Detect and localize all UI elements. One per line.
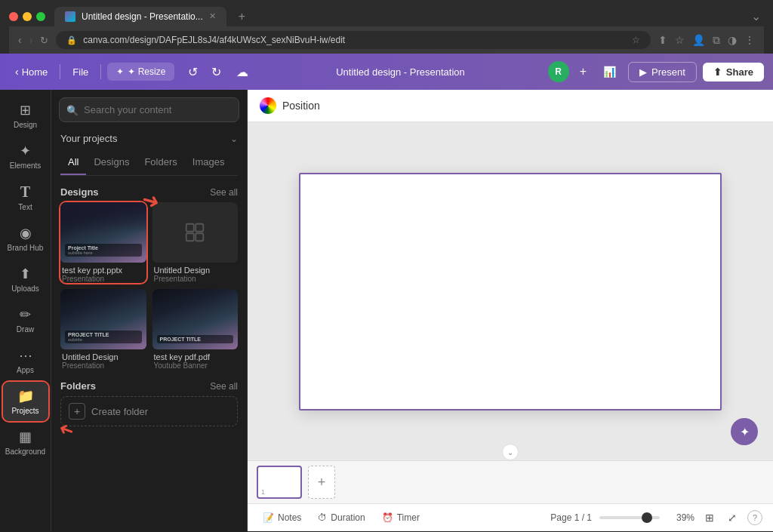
canvas-workspace[interactable]: ↻ ✦ ⌄ bbox=[248, 122, 773, 460]
add-slide-button[interactable]: + bbox=[308, 466, 335, 499]
tab-images[interactable]: Images bbox=[185, 150, 233, 175]
history-icon[interactable]: ◑ bbox=[728, 34, 737, 47]
design-card-2[interactable]: Untitled Design Presentation bbox=[152, 202, 239, 283]
browser-action-icons: ⬆ ☆ 👤 ⧉ ◑ ⋮ bbox=[658, 34, 755, 47]
duration-label: Duration bbox=[331, 512, 365, 523]
design-name-3: Untitled Design bbox=[60, 352, 146, 361]
folders-section-header: Folders See all bbox=[51, 370, 247, 396]
new-tab-button[interactable]: + bbox=[233, 7, 251, 26]
tab-all[interactable]: All bbox=[60, 150, 86, 175]
share-icon: ⬆ bbox=[713, 66, 722, 78]
home-link[interactable]: ‹ Home bbox=[9, 61, 54, 82]
tab-title: Untitled design - Presentatio... bbox=[82, 11, 203, 22]
share-button[interactable]: ⬆ Share bbox=[703, 63, 764, 81]
profile-icon[interactable]: 👤 bbox=[692, 34, 705, 47]
slider-track[interactable] bbox=[599, 516, 660, 519]
cloud-save-button[interactable]: ☁ bbox=[232, 62, 253, 82]
sidebar-item-apps[interactable]: ⋯ Apps bbox=[3, 341, 48, 380]
canvas-frame[interactable] bbox=[299, 173, 722, 411]
sidebar-label-apps: Apps bbox=[17, 366, 34, 374]
resize-label: ✦ Resize bbox=[128, 66, 165, 77]
design-card-3[interactable]: PROJECT TITLE subtitle Untitled Design P… bbox=[60, 289, 146, 370]
rainbow-logo bbox=[260, 97, 276, 114]
duration-button[interactable]: ⏱ Duration bbox=[313, 509, 369, 526]
undo-button[interactable]: ↺ bbox=[183, 62, 202, 82]
dots-menu-icon[interactable]: ⋮ bbox=[744, 34, 755, 47]
ai-magic-button[interactable]: ✦ bbox=[731, 418, 758, 445]
fullscreen-button[interactable]: ⤢ bbox=[725, 509, 740, 527]
sidebar-item-projects[interactable]: 📁 Projects bbox=[3, 382, 48, 421]
star-icon[interactable]: ☆ bbox=[675, 34, 685, 47]
design-card-1[interactable]: Project Title subtitle here test key ppt… bbox=[60, 202, 146, 283]
sidebar-label-elements: Elements bbox=[10, 161, 42, 170]
design-card-4[interactable]: PROJECT TITLE test key pdf.pdf Youtube B… bbox=[152, 289, 239, 370]
notes-button[interactable]: 📝 Notes bbox=[258, 509, 306, 526]
tab-folders[interactable]: Folders bbox=[137, 150, 184, 175]
zoom-slider[interactable] bbox=[599, 516, 660, 519]
svg-rect-2 bbox=[186, 233, 194, 241]
folders-see-all[interactable]: See all bbox=[210, 381, 238, 392]
search-input[interactable] bbox=[59, 97, 239, 122]
chevron-left-icon: ‹ bbox=[15, 66, 19, 78]
extensions-icon[interactable]: ⧉ bbox=[713, 34, 720, 47]
active-tab[interactable]: Untitled design - Presentatio... ✕ bbox=[54, 7, 226, 26]
slider-thumb[interactable] bbox=[642, 512, 652, 523]
create-folder-btn[interactable]: + Create folder bbox=[60, 396, 238, 426]
avatar[interactable]: R bbox=[548, 61, 569, 82]
sidebar-label-uploads: Uploads bbox=[11, 284, 39, 293]
sidebar-item-background[interactable]: ▦ Background bbox=[3, 423, 48, 462]
add-collaborator-button[interactable]: + bbox=[575, 62, 591, 81]
design-grid: Project Title subtitle here test key ppt… bbox=[51, 202, 247, 370]
filter-tabs: All Designs Folders Images bbox=[60, 150, 238, 176]
sidebar-item-text[interactable]: T Text bbox=[3, 177, 48, 217]
maximize-window-btn[interactable] bbox=[36, 12, 45, 21]
tab-designs[interactable]: Designs bbox=[86, 150, 137, 175]
timer-button[interactable]: ⏰ Timer bbox=[377, 509, 424, 526]
design-thumb-3: PROJECT TITLE subtitle bbox=[60, 289, 146, 349]
sidebar-label-background: Background bbox=[5, 447, 45, 456]
browser-menu-icon[interactable]: ⌄ bbox=[748, 6, 764, 26]
filmstrip-thumb-1[interactable]: 1 bbox=[257, 466, 302, 499]
sidebar-label-design: Design bbox=[14, 121, 37, 129]
present-button[interactable]: ▶ Present bbox=[628, 62, 697, 82]
sidebar-item-elements[interactable]: ✦ Elements bbox=[3, 137, 48, 176]
share-browser-icon[interactable]: ⬆ bbox=[658, 34, 667, 47]
back-button[interactable]: ‹ bbox=[18, 34, 22, 46]
sidebar-item-brand-hub[interactable]: ◉ Brand Hub bbox=[3, 219, 48, 258]
folders-section-title: Folders bbox=[60, 380, 96, 392]
page-info: Page 1 / 1 bbox=[550, 512, 592, 523]
analytics-button[interactable]: 📊 bbox=[597, 63, 622, 81]
forward-button[interactable]: › bbox=[29, 34, 33, 46]
bookmark-icon[interactable]: ☆ bbox=[632, 35, 640, 45]
draw-icon: ✏ bbox=[20, 306, 31, 323]
close-window-btn[interactable] bbox=[9, 12, 18, 21]
create-folder-plus-icon: + bbox=[69, 403, 85, 420]
address-bar-row: ‹ › ↻ 🔒 canva.com/design/DAFpEJL8sJ4/af4… bbox=[9, 26, 764, 54]
svg-rect-1 bbox=[196, 224, 204, 232]
projects-dropdown[interactable]: Your projects ⌄ bbox=[51, 130, 247, 150]
canvas-area: Position ↻ ✦ ⌄ 1 + 📝 Notes bbox=[248, 90, 773, 531]
designs-see-all[interactable]: See all bbox=[210, 187, 238, 198]
grid-view-button[interactable]: ⊞ bbox=[702, 509, 717, 527]
tab-close-icon[interactable]: ✕ bbox=[209, 11, 216, 21]
share-label: Share bbox=[726, 66, 753, 78]
uploads-icon: ⬆ bbox=[20, 266, 31, 282]
help-button[interactable]: ? bbox=[747, 510, 762, 525]
minimize-window-btn[interactable] bbox=[23, 12, 32, 21]
sidebar-item-design[interactable]: ⊞ Design bbox=[3, 96, 48, 135]
sidebar-item-draw[interactable]: ✏ Draw bbox=[3, 300, 48, 340]
position-title: Position bbox=[282, 100, 320, 112]
notes-icon: 📝 bbox=[263, 512, 274, 523]
design-name-1: test key ppt.pptx bbox=[60, 266, 146, 275]
refresh-button[interactable]: ↻ bbox=[40, 35, 48, 46]
file-menu[interactable]: File bbox=[66, 62, 94, 82]
sidebar-item-uploads[interactable]: ⬆ Uploads bbox=[3, 260, 48, 299]
dropdown-label: Your projects bbox=[60, 133, 117, 144]
create-folder-label: Create folder bbox=[91, 406, 148, 417]
address-bar[interactable]: 🔒 canva.com/design/DAFpEJL8sJ4/af4kUWscX… bbox=[56, 31, 651, 49]
resize-button[interactable]: ✦ ✦ Resize bbox=[107, 63, 174, 81]
panel-collapse-button[interactable]: ⌄ bbox=[502, 444, 519, 460]
redo-button[interactable]: ↻ bbox=[207, 62, 226, 82]
projects-icon: 📁 bbox=[17, 388, 34, 404]
sidebar-label-draw: Draw bbox=[17, 325, 34, 334]
